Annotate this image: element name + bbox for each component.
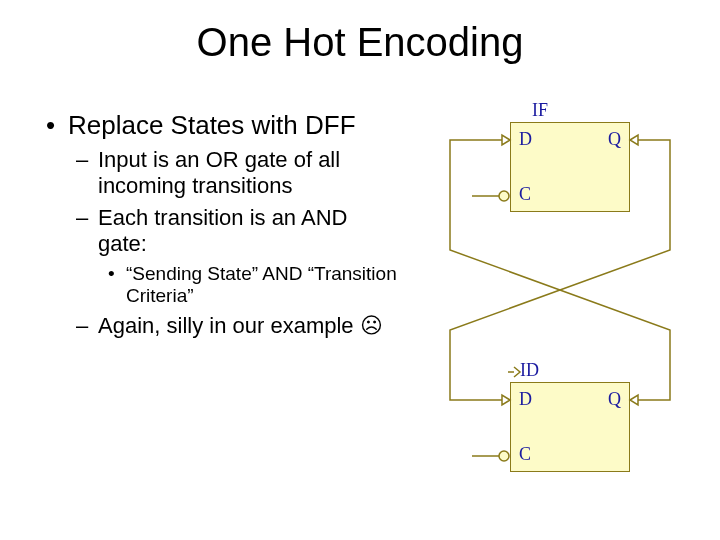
slide-title: One Hot Encoding — [0, 20, 720, 65]
slide-content: Replace States with DFF Input is an OR g… — [40, 110, 400, 345]
bullet-main-text: Replace States with DFF — [68, 110, 356, 140]
svg-point-0 — [499, 191, 509, 201]
bullet-sub2-text: Each transition is an AND gate: — [98, 205, 347, 256]
bullet-sub2: Each transition is an AND gate: “Sending… — [68, 205, 400, 307]
wiring-svg — [420, 100, 700, 480]
bullet-main: Replace States with DFF Input is an OR g… — [40, 110, 400, 339]
svg-point-3 — [499, 451, 509, 461]
bullet-sub1: Input is an OR gate of all incoming tran… — [68, 147, 400, 199]
bullet-sub2a: “Sending State” AND “Transition Criteria… — [98, 263, 400, 307]
slide: One Hot Encoding Replace States with DFF… — [0, 0, 720, 540]
circuit-diagram: IF D Q C ID D Q C — [420, 100, 700, 480]
bullet-sub3: Again, silly in our example ☹ — [68, 313, 400, 339]
